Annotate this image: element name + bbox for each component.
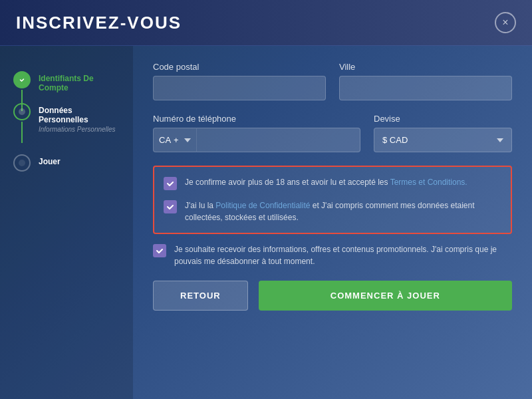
svg-point-0	[19, 76, 25, 83]
checkbox-1-item: Je confirme avoir plus de 18 ans et avoi…	[164, 176, 501, 190]
checkbox-2[interactable]	[164, 200, 177, 213]
close-button[interactable]: ×	[495, 12, 516, 33]
phone-group: Numéro de téléphone CA +	[153, 114, 360, 152]
checkbox-1-text: Je confirme avoir plus de 18 ans et avoi…	[185, 176, 467, 188]
modal-header: INSCRIVEZ-VOUS ×	[0, 0, 532, 46]
step-3-icon	[13, 154, 31, 172]
sidebar-step-1[interactable]: Identifiants De Compte	[13, 66, 120, 98]
country-code-value: CA	[159, 135, 171, 145]
city-input[interactable]	[339, 76, 512, 100]
country-code-chevron-icon	[184, 138, 191, 142]
terms-link[interactable]: Termes et Conditions.	[390, 178, 467, 187]
step-3-label: Jouer	[39, 157, 61, 166]
checkbox-3-item: Je souhaite recevoir des informations, o…	[153, 243, 512, 267]
checkbox-2-text: J'ai lu la Politique de Confidentialité …	[185, 200, 501, 223]
svg-point-1	[19, 108, 25, 115]
postal-code-group: Code postal	[153, 62, 326, 100]
devise-label: Devise	[374, 114, 512, 124]
checkbox-required-section: Je confirme avoir plus de 18 ans et avoi…	[153, 166, 512, 234]
start-button[interactable]: COMMENCER À JOUER	[259, 281, 512, 311]
modal-title: INSCRIVEZ-VOUS	[16, 13, 182, 33]
phone-number-input[interactable]	[196, 128, 360, 152]
devise-group: Devise $ CAD	[374, 114, 512, 152]
content-area: Code postal Ville Numéro de téléphone CA…	[133, 46, 532, 399]
postal-code-label: Code postal	[153, 62, 326, 72]
phone-input-wrapper: CA +	[153, 128, 360, 152]
step-2-icon	[13, 103, 31, 120]
sidebar: Identifiants De Compte Données Personnel…	[0, 46, 133, 399]
step-2-sublabel: Informations Personnelles	[39, 126, 120, 133]
city-label: Ville	[339, 62, 512, 72]
postal-city-row: Code postal Ville	[153, 62, 512, 100]
plus-sign: +	[174, 135, 179, 145]
sidebar-step-2[interactable]: Données Personnelles Informations Person…	[13, 98, 120, 138]
devise-chevron-icon	[497, 138, 503, 142]
sidebar-step-3[interactable]: Jouer	[13, 138, 120, 177]
checkbox-3-text: Je souhaite recevoir des informations, o…	[174, 243, 512, 267]
phone-devise-row: Numéro de téléphone CA + Devise $ CAD	[153, 114, 512, 152]
postal-code-input[interactable]	[153, 76, 326, 100]
step-2-label: Données Personnelles	[39, 106, 120, 124]
step-1-icon	[13, 71, 31, 88]
privacy-link[interactable]: Politique de Confidentialité	[215, 201, 310, 210]
modal: INSCRIVEZ-VOUS × Identifiants De Compte	[0, 0, 532, 399]
checkbox-2-item: J'ai lu la Politique de Confidentialité …	[164, 200, 501, 223]
checkbox-3[interactable]	[153, 244, 166, 257]
back-button[interactable]: RETOUR	[153, 281, 248, 311]
buttons-row: RETOUR COMMENCER À JOUER	[153, 281, 512, 311]
country-code-select[interactable]: CA +	[153, 128, 196, 152]
checkbox-1[interactable]	[164, 177, 177, 190]
devise-value: $ CAD	[382, 135, 408, 145]
devise-select[interactable]: $ CAD	[374, 128, 512, 152]
phone-label: Numéro de téléphone	[153, 114, 360, 124]
step-1-label: Identifiants De Compte	[39, 74, 120, 92]
city-group: Ville	[339, 62, 512, 100]
svg-point-2	[19, 160, 25, 166]
modal-body: Identifiants De Compte Données Personnel…	[0, 46, 532, 399]
